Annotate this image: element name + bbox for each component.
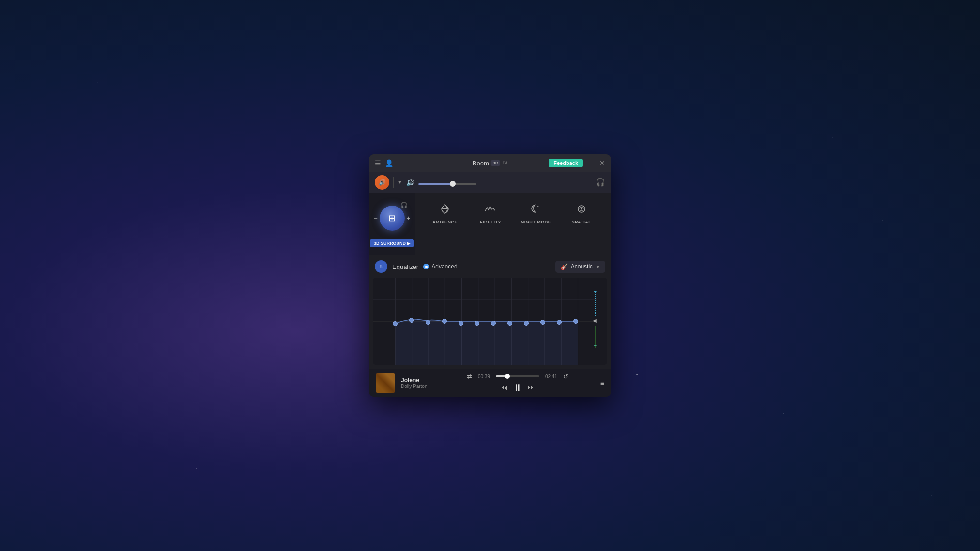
- eq-handle-10[interactable]: [557, 320, 562, 325]
- preset-name: Acoustic: [571, 263, 593, 270]
- title-bar-center: Boom 3D ™: [473, 160, 507, 167]
- surround-orb[interactable]: ⊞: [380, 206, 405, 231]
- feedback-button[interactable]: Feedback: [549, 159, 583, 167]
- left-panel: 🎧 − ⊞ + 3D SURROUND ▶: [369, 193, 415, 255]
- track-artist: Dolly Parton: [401, 384, 435, 389]
- user-icon[interactable]: 👤: [385, 159, 393, 167]
- surround-3d-badge[interactable]: 3D SURROUND ▶: [370, 239, 414, 247]
- effects-grid: AMBIENCE FIDELITY: [423, 199, 603, 229]
- eq-section: ≋ Equalizer Advanced 🎸 Acoustic ▼: [369, 255, 611, 365]
- eq-handle-2[interactable]: [426, 320, 430, 325]
- advanced-label: Advanced: [431, 263, 457, 270]
- shuffle-button[interactable]: ⇄: [467, 373, 472, 380]
- volume-dropdown[interactable]: ▼: [398, 179, 402, 185]
- fidelity-icon: [484, 204, 497, 217]
- eq-handle-9[interactable]: [540, 320, 545, 325]
- progress-bar[interactable]: [496, 375, 539, 377]
- effect-fidelity[interactable]: FIDELITY: [469, 199, 512, 229]
- time-current: 00:39: [478, 374, 490, 379]
- effect-night-mode[interactable]: NIGHT MODE: [514, 199, 558, 229]
- preset-chevron-icon: ▼: [596, 264, 600, 269]
- surround-orb-container: 🎧 − ⊞ +: [375, 201, 410, 236]
- volume-slider-container: [418, 178, 476, 187]
- eq-canvas: ◀: [373, 278, 607, 365]
- eq-handle-3[interactable]: [442, 319, 447, 324]
- night-mode-label: NIGHT MODE: [521, 220, 551, 224]
- night-mode-icon: [530, 204, 542, 217]
- time-total: 02:41: [545, 374, 557, 379]
- app-title: Boom: [473, 160, 489, 167]
- eq-icon-button[interactable]: ≋: [375, 260, 387, 273]
- previous-button[interactable]: ⏮: [500, 383, 508, 392]
- volume-slider[interactable]: [418, 183, 476, 185]
- playlist-button[interactable]: ≡: [600, 379, 604, 387]
- eq-handle-8[interactable]: [524, 321, 529, 326]
- eq-handle-11[interactable]: [573, 319, 578, 324]
- advanced-toggle[interactable]: Advanced: [423, 263, 457, 270]
- advanced-dot-inner: [425, 266, 428, 268]
- preset-selector[interactable]: 🎸 Acoustic ▼: [555, 261, 605, 273]
- surround-badge-label: 3D SURROUND: [374, 241, 406, 246]
- repeat-button[interactable]: ↺: [563, 373, 568, 380]
- chevron-down-icon: ▼: [398, 179, 402, 185]
- headphone-small-icon: 🎧: [400, 202, 408, 208]
- close-button[interactable]: ✕: [599, 160, 605, 166]
- surround-plus-button[interactable]: +: [406, 214, 410, 222]
- right-panel: AMBIENCE FIDELITY: [415, 193, 611, 255]
- eq-handle-5[interactable]: [475, 321, 479, 326]
- surround-orb-icon: ⊞: [388, 213, 396, 223]
- eq-icon-symbol: ≋: [379, 264, 383, 270]
- ambience-icon: [439, 204, 451, 217]
- eq-handle-0[interactable]: [393, 321, 398, 326]
- eq-handle-7[interactable]: [507, 321, 512, 326]
- playback-top: ⇄ 00:39 02:41 ↺: [467, 373, 568, 380]
- minimize-button[interactable]: —: [588, 160, 595, 166]
- divider: [393, 177, 394, 188]
- title-bar: ☰ 👤 Boom 3D ™ Feedback — ✕: [369, 154, 611, 172]
- svg-rect-21: [594, 291, 597, 292]
- eq-handle-1[interactable]: [409, 318, 414, 323]
- title-bar-left: ☰ 👤: [375, 159, 393, 167]
- title-bar-right: Feedback — ✕: [549, 159, 605, 167]
- progress-thumb[interactable]: [505, 374, 510, 379]
- eq-handle-6[interactable]: [491, 321, 496, 326]
- app-title-suffix: ™: [502, 160, 507, 166]
- surround-arrow-icon: ▶: [407, 241, 410, 246]
- track-info: Jolene Dolly Parton: [401, 377, 435, 389]
- effect-spatial[interactable]: SPATIAL: [560, 199, 603, 229]
- svg-text:◀: ◀: [593, 318, 597, 323]
- transport-bar: 🔊 ▼ 🔊 🎧: [369, 172, 611, 193]
- guitar-icon: 🎸: [560, 263, 568, 270]
- playback-controls: ⇄ 00:39 02:41 ↺ ⏮ ⏸ ⏭: [441, 373, 595, 393]
- advanced-dot: [423, 264, 429, 269]
- eq-label: Equalizer: [392, 263, 418, 270]
- spatial-label: SPATIAL: [572, 220, 592, 224]
- effect-ambience[interactable]: AMBIENCE: [423, 199, 467, 229]
- album-art-image: [376, 373, 395, 393]
- volume-speaker-icon: 🔊: [406, 179, 414, 186]
- track-title: Jolene: [401, 377, 435, 384]
- album-art: [376, 373, 395, 393]
- spatial-icon: [575, 204, 588, 217]
- main-content: 🎧 − ⊞ + 3D SURROUND ▶: [369, 193, 611, 255]
- playback-bar: Jolene Dolly Parton ⇄ 00:39 02:41 ↺ ⏮ ⏸ …: [369, 369, 611, 397]
- svg-point-2: [581, 208, 582, 210]
- headphone-icon: 🎧: [596, 178, 605, 187]
- next-button[interactable]: ⏭: [527, 383, 535, 392]
- app-window: ☰ 👤 Boom 3D ™ Feedback — ✕ 🔊 ▼ 🔊 🎧: [369, 154, 611, 397]
- fidelity-label: FIDELITY: [480, 220, 501, 224]
- pause-button[interactable]: ⏸: [513, 382, 522, 393]
- boom-logo-icon: 🔊: [379, 179, 386, 186]
- ambience-label: AMBIENCE: [432, 220, 458, 224]
- eq-handle-4[interactable]: [459, 321, 463, 326]
- app-title-badge: 3D: [491, 160, 501, 166]
- svg-rect-22: [594, 345, 597, 346]
- transport-buttons: ⏮ ⏸ ⏭: [500, 382, 535, 393]
- surround-minus-button[interactable]: −: [374, 214, 378, 222]
- eq-curve-svg: ◀: [373, 278, 607, 365]
- eq-header: ≋ Equalizer Advanced 🎸 Acoustic ▼: [369, 255, 611, 278]
- boom-logo-button[interactable]: 🔊: [375, 175, 389, 190]
- menu-icon[interactable]: ☰: [375, 159, 381, 167]
